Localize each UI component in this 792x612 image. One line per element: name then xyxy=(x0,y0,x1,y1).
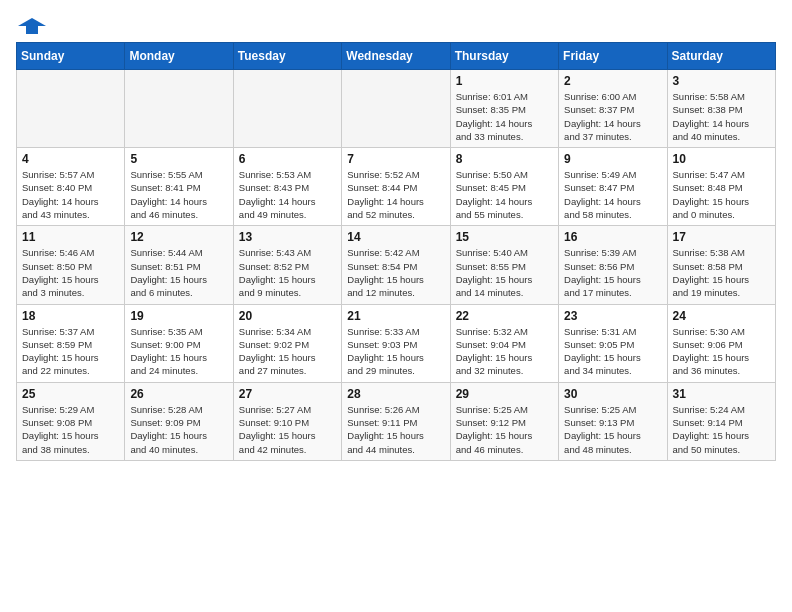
day-number: 12 xyxy=(130,230,227,244)
day-info: Sunrise: 6:00 AM Sunset: 8:37 PM Dayligh… xyxy=(564,90,661,143)
day-info: Sunrise: 5:57 AM Sunset: 8:40 PM Dayligh… xyxy=(22,168,119,221)
day-cell: 4Sunrise: 5:57 AM Sunset: 8:40 PM Daylig… xyxy=(17,148,125,226)
day-number: 6 xyxy=(239,152,336,166)
day-info: Sunrise: 5:24 AM Sunset: 9:14 PM Dayligh… xyxy=(673,403,770,456)
day-number: 5 xyxy=(130,152,227,166)
day-number: 19 xyxy=(130,309,227,323)
day-info: Sunrise: 5:39 AM Sunset: 8:56 PM Dayligh… xyxy=(564,246,661,299)
day-cell: 11Sunrise: 5:46 AM Sunset: 8:50 PM Dayli… xyxy=(17,226,125,304)
day-number: 7 xyxy=(347,152,444,166)
day-cell: 24Sunrise: 5:30 AM Sunset: 9:06 PM Dayli… xyxy=(667,304,775,382)
day-info: Sunrise: 5:37 AM Sunset: 8:59 PM Dayligh… xyxy=(22,325,119,378)
day-number: 17 xyxy=(673,230,770,244)
day-cell: 10Sunrise: 5:47 AM Sunset: 8:48 PM Dayli… xyxy=(667,148,775,226)
week-row-5: 25Sunrise: 5:29 AM Sunset: 9:08 PM Dayli… xyxy=(17,382,776,460)
svg-marker-0 xyxy=(18,18,46,34)
weekday-header-sunday: Sunday xyxy=(17,43,125,70)
day-cell: 30Sunrise: 5:25 AM Sunset: 9:13 PM Dayli… xyxy=(559,382,667,460)
day-info: Sunrise: 5:35 AM Sunset: 9:00 PM Dayligh… xyxy=(130,325,227,378)
day-info: Sunrise: 5:30 AM Sunset: 9:06 PM Dayligh… xyxy=(673,325,770,378)
day-cell: 8Sunrise: 5:50 AM Sunset: 8:45 PM Daylig… xyxy=(450,148,558,226)
day-cell: 17Sunrise: 5:38 AM Sunset: 8:58 PM Dayli… xyxy=(667,226,775,304)
day-cell: 27Sunrise: 5:27 AM Sunset: 9:10 PM Dayli… xyxy=(233,382,341,460)
day-cell: 13Sunrise: 5:43 AM Sunset: 8:52 PM Dayli… xyxy=(233,226,341,304)
day-cell: 18Sunrise: 5:37 AM Sunset: 8:59 PM Dayli… xyxy=(17,304,125,382)
calendar-body: 1Sunrise: 6:01 AM Sunset: 8:35 PM Daylig… xyxy=(17,70,776,461)
day-cell xyxy=(233,70,341,148)
calendar-header: SundayMondayTuesdayWednesdayThursdayFrid… xyxy=(17,43,776,70)
day-number: 9 xyxy=(564,152,661,166)
day-cell: 23Sunrise: 5:31 AM Sunset: 9:05 PM Dayli… xyxy=(559,304,667,382)
day-info: Sunrise: 5:28 AM Sunset: 9:09 PM Dayligh… xyxy=(130,403,227,456)
day-number: 3 xyxy=(673,74,770,88)
weekday-header-wednesday: Wednesday xyxy=(342,43,450,70)
day-info: Sunrise: 5:53 AM Sunset: 8:43 PM Dayligh… xyxy=(239,168,336,221)
day-info: Sunrise: 5:44 AM Sunset: 8:51 PM Dayligh… xyxy=(130,246,227,299)
day-number: 29 xyxy=(456,387,553,401)
day-cell: 25Sunrise: 5:29 AM Sunset: 9:08 PM Dayli… xyxy=(17,382,125,460)
day-info: Sunrise: 5:34 AM Sunset: 9:02 PM Dayligh… xyxy=(239,325,336,378)
day-cell: 14Sunrise: 5:42 AM Sunset: 8:54 PM Dayli… xyxy=(342,226,450,304)
day-number: 16 xyxy=(564,230,661,244)
page-header xyxy=(16,16,776,30)
week-row-1: 1Sunrise: 6:01 AM Sunset: 8:35 PM Daylig… xyxy=(17,70,776,148)
day-cell: 3Sunrise: 5:58 AM Sunset: 8:38 PM Daylig… xyxy=(667,70,775,148)
day-cell: 9Sunrise: 5:49 AM Sunset: 8:47 PM Daylig… xyxy=(559,148,667,226)
day-info: Sunrise: 6:01 AM Sunset: 8:35 PM Dayligh… xyxy=(456,90,553,143)
day-info: Sunrise: 5:55 AM Sunset: 8:41 PM Dayligh… xyxy=(130,168,227,221)
day-number: 8 xyxy=(456,152,553,166)
day-cell: 28Sunrise: 5:26 AM Sunset: 9:11 PM Dayli… xyxy=(342,382,450,460)
week-row-3: 11Sunrise: 5:46 AM Sunset: 8:50 PM Dayli… xyxy=(17,226,776,304)
calendar-table: SundayMondayTuesdayWednesdayThursdayFrid… xyxy=(16,42,776,461)
day-number: 11 xyxy=(22,230,119,244)
day-cell: 20Sunrise: 5:34 AM Sunset: 9:02 PM Dayli… xyxy=(233,304,341,382)
day-number: 10 xyxy=(673,152,770,166)
weekday-header-row: SundayMondayTuesdayWednesdayThursdayFrid… xyxy=(17,43,776,70)
day-number: 24 xyxy=(673,309,770,323)
day-cell xyxy=(342,70,450,148)
day-cell: 15Sunrise: 5:40 AM Sunset: 8:55 PM Dayli… xyxy=(450,226,558,304)
day-cell: 19Sunrise: 5:35 AM Sunset: 9:00 PM Dayli… xyxy=(125,304,233,382)
day-cell: 2Sunrise: 6:00 AM Sunset: 8:37 PM Daylig… xyxy=(559,70,667,148)
day-info: Sunrise: 5:26 AM Sunset: 9:11 PM Dayligh… xyxy=(347,403,444,456)
day-info: Sunrise: 5:49 AM Sunset: 8:47 PM Dayligh… xyxy=(564,168,661,221)
day-number: 2 xyxy=(564,74,661,88)
day-cell: 7Sunrise: 5:52 AM Sunset: 8:44 PM Daylig… xyxy=(342,148,450,226)
day-info: Sunrise: 5:25 AM Sunset: 9:13 PM Dayligh… xyxy=(564,403,661,456)
week-row-2: 4Sunrise: 5:57 AM Sunset: 8:40 PM Daylig… xyxy=(17,148,776,226)
day-info: Sunrise: 5:50 AM Sunset: 8:45 PM Dayligh… xyxy=(456,168,553,221)
weekday-header-thursday: Thursday xyxy=(450,43,558,70)
day-cell xyxy=(125,70,233,148)
day-info: Sunrise: 5:58 AM Sunset: 8:38 PM Dayligh… xyxy=(673,90,770,143)
day-cell: 12Sunrise: 5:44 AM Sunset: 8:51 PM Dayli… xyxy=(125,226,233,304)
day-info: Sunrise: 5:32 AM Sunset: 9:04 PM Dayligh… xyxy=(456,325,553,378)
day-cell: 16Sunrise: 5:39 AM Sunset: 8:56 PM Dayli… xyxy=(559,226,667,304)
day-info: Sunrise: 5:52 AM Sunset: 8:44 PM Dayligh… xyxy=(347,168,444,221)
day-info: Sunrise: 5:43 AM Sunset: 8:52 PM Dayligh… xyxy=(239,246,336,299)
day-number: 23 xyxy=(564,309,661,323)
day-cell: 5Sunrise: 5:55 AM Sunset: 8:41 PM Daylig… xyxy=(125,148,233,226)
day-number: 22 xyxy=(456,309,553,323)
logo-block xyxy=(16,16,46,30)
day-info: Sunrise: 5:42 AM Sunset: 8:54 PM Dayligh… xyxy=(347,246,444,299)
day-number: 14 xyxy=(347,230,444,244)
logo xyxy=(16,16,46,30)
week-row-4: 18Sunrise: 5:37 AM Sunset: 8:59 PM Dayli… xyxy=(17,304,776,382)
day-number: 28 xyxy=(347,387,444,401)
day-number: 15 xyxy=(456,230,553,244)
day-number: 26 xyxy=(130,387,227,401)
day-number: 20 xyxy=(239,309,336,323)
weekday-header-tuesday: Tuesday xyxy=(233,43,341,70)
weekday-header-friday: Friday xyxy=(559,43,667,70)
day-cell: 26Sunrise: 5:28 AM Sunset: 9:09 PM Dayli… xyxy=(125,382,233,460)
day-info: Sunrise: 5:47 AM Sunset: 8:48 PM Dayligh… xyxy=(673,168,770,221)
day-cell: 1Sunrise: 6:01 AM Sunset: 8:35 PM Daylig… xyxy=(450,70,558,148)
day-number: 4 xyxy=(22,152,119,166)
day-info: Sunrise: 5:29 AM Sunset: 9:08 PM Dayligh… xyxy=(22,403,119,456)
day-number: 31 xyxy=(673,387,770,401)
day-info: Sunrise: 5:27 AM Sunset: 9:10 PM Dayligh… xyxy=(239,403,336,456)
weekday-header-saturday: Saturday xyxy=(667,43,775,70)
day-info: Sunrise: 5:31 AM Sunset: 9:05 PM Dayligh… xyxy=(564,325,661,378)
day-cell xyxy=(17,70,125,148)
day-info: Sunrise: 5:33 AM Sunset: 9:03 PM Dayligh… xyxy=(347,325,444,378)
